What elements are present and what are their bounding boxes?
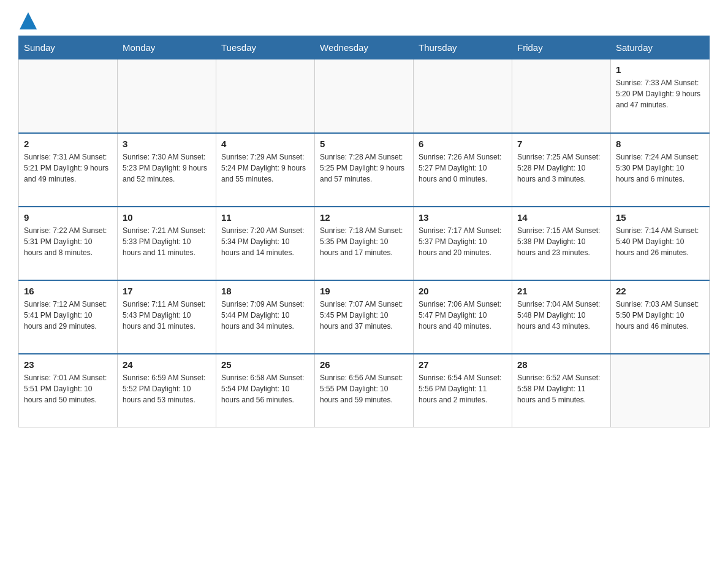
day-info: Sunrise: 7:33 AM Sunset: 5:20 PM Dayligh… bbox=[616, 77, 704, 110]
calendar-day-cell bbox=[611, 354, 710, 427]
calendar-day-cell: 7Sunrise: 7:25 AM Sunset: 5:28 PM Daylig… bbox=[512, 133, 611, 207]
calendar-week-row: 9Sunrise: 7:22 AM Sunset: 5:31 PM Daylig… bbox=[19, 207, 710, 280]
day-info: Sunrise: 7:09 AM Sunset: 5:44 PM Dayligh… bbox=[221, 299, 309, 332]
calendar-table: SundayMondayTuesdayWednesdayThursdayFrid… bbox=[18, 36, 710, 427]
day-number: 18 bbox=[221, 286, 309, 296]
day-of-week-header: Monday bbox=[118, 36, 216, 59]
calendar-day-cell: 27Sunrise: 6:54 AM Sunset: 5:56 PM Dayli… bbox=[414, 354, 512, 427]
day-number: 2 bbox=[24, 139, 112, 149]
day-number: 6 bbox=[419, 139, 507, 149]
day-of-week-header: Wednesday bbox=[315, 36, 414, 59]
day-number: 1 bbox=[616, 64, 704, 75]
day-info: Sunrise: 7:12 AM Sunset: 5:41 PM Dayligh… bbox=[24, 299, 112, 332]
day-info: Sunrise: 7:30 AM Sunset: 5:23 PM Dayligh… bbox=[123, 151, 211, 185]
calendar-day-cell: 4Sunrise: 7:29 AM Sunset: 5:24 PM Daylig… bbox=[216, 133, 315, 207]
calendar-day-cell: 5Sunrise: 7:28 AM Sunset: 5:25 PM Daylig… bbox=[315, 133, 414, 207]
day-info: Sunrise: 7:07 AM Sunset: 5:45 PM Dayligh… bbox=[320, 299, 408, 332]
day-info: Sunrise: 7:11 AM Sunset: 5:43 PM Dayligh… bbox=[123, 299, 211, 332]
day-number: 20 bbox=[419, 286, 507, 296]
day-number: 28 bbox=[517, 359, 605, 370]
calendar-day-cell: 6Sunrise: 7:26 AM Sunset: 5:27 PM Daylig… bbox=[414, 133, 512, 207]
calendar-day-cell: 26Sunrise: 6:56 AM Sunset: 5:55 PM Dayli… bbox=[315, 354, 414, 427]
day-info: Sunrise: 7:06 AM Sunset: 5:47 PM Dayligh… bbox=[419, 299, 507, 332]
day-info: Sunrise: 7:04 AM Sunset: 5:48 PM Dayligh… bbox=[517, 299, 605, 332]
calendar-day-cell: 8Sunrise: 7:24 AM Sunset: 5:30 PM Daylig… bbox=[611, 133, 710, 207]
day-info: Sunrise: 7:20 AM Sunset: 5:34 PM Dayligh… bbox=[221, 225, 309, 258]
calendar-day-cell: 21Sunrise: 7:04 AM Sunset: 5:48 PM Dayli… bbox=[512, 280, 611, 354]
day-number: 4 bbox=[221, 139, 309, 149]
day-info: Sunrise: 7:15 AM Sunset: 5:38 PM Dayligh… bbox=[517, 225, 605, 258]
day-of-week-header: Thursday bbox=[414, 36, 512, 59]
calendar-day-cell: 14Sunrise: 7:15 AM Sunset: 5:38 PM Dayli… bbox=[512, 207, 611, 280]
day-info: Sunrise: 6:54 AM Sunset: 5:56 PM Dayligh… bbox=[419, 372, 507, 405]
day-number: 27 bbox=[419, 359, 507, 370]
day-info: Sunrise: 7:18 AM Sunset: 5:35 PM Dayligh… bbox=[320, 225, 408, 258]
calendar-day-cell: 23Sunrise: 7:01 AM Sunset: 5:51 PM Dayli… bbox=[19, 354, 118, 427]
day-info: Sunrise: 7:21 AM Sunset: 5:33 PM Dayligh… bbox=[123, 225, 211, 258]
calendar-day-cell: 9Sunrise: 7:22 AM Sunset: 5:31 PM Daylig… bbox=[19, 207, 118, 280]
day-info: Sunrise: 7:22 AM Sunset: 5:31 PM Dayligh… bbox=[24, 225, 112, 258]
calendar-day-cell: 13Sunrise: 7:17 AM Sunset: 5:37 PM Dayli… bbox=[414, 207, 512, 280]
logo-icon bbox=[20, 12, 37, 29]
calendar-day-cell bbox=[19, 59, 118, 133]
calendar-day-cell: 25Sunrise: 6:58 AM Sunset: 5:54 PM Dayli… bbox=[216, 354, 315, 427]
calendar-day-cell bbox=[414, 59, 512, 133]
calendar-day-cell bbox=[216, 59, 315, 133]
calendar-header-row: SundayMondayTuesdayWednesdayThursdayFrid… bbox=[19, 36, 710, 59]
day-info: Sunrise: 7:03 AM Sunset: 5:50 PM Dayligh… bbox=[616, 299, 704, 332]
day-number: 11 bbox=[221, 212, 309, 223]
day-info: Sunrise: 6:58 AM Sunset: 5:54 PM Dayligh… bbox=[221, 372, 309, 405]
calendar-week-row: 2Sunrise: 7:31 AM Sunset: 5:21 PM Daylig… bbox=[19, 133, 710, 207]
day-of-week-header: Tuesday bbox=[216, 36, 315, 59]
calendar-day-cell: 11Sunrise: 7:20 AM Sunset: 5:34 PM Dayli… bbox=[216, 207, 315, 280]
calendar-day-cell bbox=[315, 59, 414, 133]
day-number: 24 bbox=[123, 359, 211, 370]
day-number: 10 bbox=[123, 212, 211, 223]
calendar-week-row: 1Sunrise: 7:33 AM Sunset: 5:20 PM Daylig… bbox=[19, 59, 710, 133]
calendar-day-cell: 19Sunrise: 7:07 AM Sunset: 5:45 PM Dayli… bbox=[315, 280, 414, 354]
day-number: 25 bbox=[221, 359, 309, 370]
page-header bbox=[18, 12, 710, 29]
day-number: 22 bbox=[616, 286, 704, 296]
logo bbox=[18, 12, 38, 29]
day-number: 26 bbox=[320, 359, 408, 370]
day-number: 23 bbox=[24, 359, 112, 370]
day-number: 16 bbox=[24, 286, 112, 296]
day-number: 21 bbox=[517, 286, 605, 296]
day-number: 19 bbox=[320, 286, 408, 296]
day-number: 12 bbox=[320, 212, 408, 223]
calendar-day-cell: 20Sunrise: 7:06 AM Sunset: 5:47 PM Dayli… bbox=[414, 280, 512, 354]
calendar-day-cell: 10Sunrise: 7:21 AM Sunset: 5:33 PM Dayli… bbox=[118, 207, 216, 280]
day-info: Sunrise: 6:56 AM Sunset: 5:55 PM Dayligh… bbox=[320, 372, 408, 405]
day-number: 17 bbox=[123, 286, 211, 296]
day-number: 13 bbox=[419, 212, 507, 223]
calendar-day-cell: 28Sunrise: 6:52 AM Sunset: 5:58 PM Dayli… bbox=[512, 354, 611, 427]
day-info: Sunrise: 7:01 AM Sunset: 5:51 PM Dayligh… bbox=[24, 372, 112, 405]
day-info: Sunrise: 6:59 AM Sunset: 5:52 PM Dayligh… bbox=[123, 372, 211, 405]
day-info: Sunrise: 7:17 AM Sunset: 5:37 PM Dayligh… bbox=[419, 225, 507, 258]
day-info: Sunrise: 7:24 AM Sunset: 5:30 PM Dayligh… bbox=[616, 151, 704, 185]
calendar-day-cell: 15Sunrise: 7:14 AM Sunset: 5:40 PM Dayli… bbox=[611, 207, 710, 280]
calendar-day-cell: 17Sunrise: 7:11 AM Sunset: 5:43 PM Dayli… bbox=[118, 280, 216, 354]
day-info: Sunrise: 6:52 AM Sunset: 5:58 PM Dayligh… bbox=[517, 372, 605, 405]
calendar-day-cell bbox=[512, 59, 611, 133]
calendar-day-cell: 2Sunrise: 7:31 AM Sunset: 5:21 PM Daylig… bbox=[19, 133, 118, 207]
day-number: 15 bbox=[616, 212, 704, 223]
day-info: Sunrise: 7:26 AM Sunset: 5:27 PM Dayligh… bbox=[419, 151, 507, 185]
day-info: Sunrise: 7:25 AM Sunset: 5:28 PM Dayligh… bbox=[517, 151, 605, 185]
day-number: 9 bbox=[24, 212, 112, 223]
calendar-day-cell: 12Sunrise: 7:18 AM Sunset: 5:35 PM Dayli… bbox=[315, 207, 414, 280]
calendar-day-cell: 24Sunrise: 6:59 AM Sunset: 5:52 PM Dayli… bbox=[118, 354, 216, 427]
calendar-week-row: 23Sunrise: 7:01 AM Sunset: 5:51 PM Dayli… bbox=[19, 354, 710, 427]
day-info: Sunrise: 7:28 AM Sunset: 5:25 PM Dayligh… bbox=[320, 151, 408, 185]
calendar-day-cell bbox=[118, 59, 216, 133]
day-info: Sunrise: 7:31 AM Sunset: 5:21 PM Dayligh… bbox=[24, 151, 112, 185]
day-of-week-header: Sunday bbox=[19, 36, 118, 59]
day-number: 8 bbox=[616, 139, 704, 149]
day-of-week-header: Friday bbox=[512, 36, 611, 59]
day-number: 14 bbox=[517, 212, 605, 223]
day-number: 3 bbox=[123, 139, 211, 149]
day-of-week-header: Saturday bbox=[611, 36, 710, 59]
day-number: 5 bbox=[320, 139, 408, 149]
day-info: Sunrise: 7:29 AM Sunset: 5:24 PM Dayligh… bbox=[221, 151, 309, 185]
